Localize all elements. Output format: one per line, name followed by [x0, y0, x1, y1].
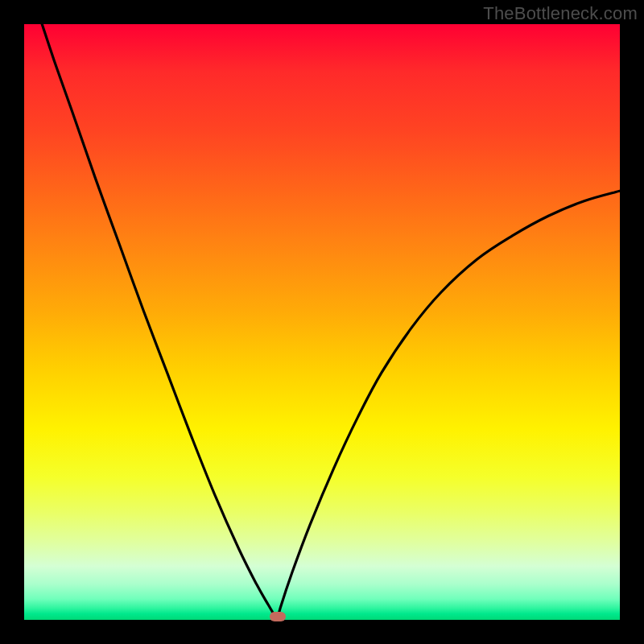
chart-container: TheBottleneck.com [0, 0, 644, 644]
plot-area [24, 24, 620, 620]
curve-svg [24, 24, 620, 620]
watermark-text: TheBottleneck.com [483, 3, 638, 24]
bottleneck-curve [42, 24, 620, 620]
minimum-marker [270, 612, 286, 621]
